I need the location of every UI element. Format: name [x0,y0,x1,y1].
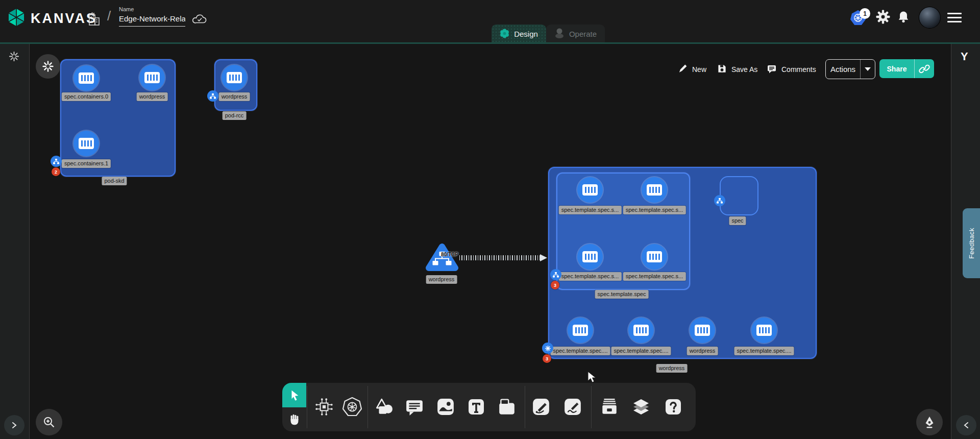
actions-split-button[interactable]: Actions [825,59,875,79]
container-node[interactable] [222,65,247,90]
save-as-label: Save As [731,65,757,74]
save-as-button[interactable]: Save As [717,62,757,77]
pen-mode-button[interactable] [916,409,943,435]
container-node[interactable] [751,318,777,343]
expand-left-panel-button[interactable] [4,415,24,435]
shapes-icon [375,398,393,416]
container-node[interactable] [74,131,99,156]
new-label: New [692,65,706,74]
pod-kind-badge-icon[interactable] [207,90,218,102]
chevron-down-icon [865,67,871,71]
canvas-bottom-toolbar [282,383,696,431]
alert-count-badge[interactable]: 3 [543,354,551,363]
text-tool-button[interactable] [464,395,488,419]
comments-bubble-icon [767,64,777,76]
kanvas-logo[interactable]: KANVAS [7,7,97,30]
toolbar-divider [307,386,307,428]
pod-kind-badge-icon[interactable] [51,156,62,167]
feedback-tab[interactable]: Feedback [963,208,980,278]
service-node[interactable] [425,242,459,275]
node-label: wordpress [219,92,250,101]
cursor-tool-icon [288,389,301,401]
group-label: pod-rcc [223,111,247,120]
layers-tool-button[interactable] [629,395,653,419]
container-icon [582,251,598,262]
container-icon [633,325,649,336]
components-tool-button[interactable] [312,395,336,419]
edge-arrowhead-icon [540,254,547,261]
alert-count-badge[interactable]: 2 [52,167,60,176]
pod-kind-badge-icon[interactable] [550,269,561,280]
tab-operate[interactable]: Operate [546,25,605,43]
node-label: spec.template.spec.s... [623,206,686,214]
share-split-button[interactable]: Share [879,59,934,78]
deployment-kind-badge-icon[interactable] [542,343,553,354]
copy-link-icon[interactable] [915,63,934,75]
spec-node[interactable] [720,176,758,215]
comments-button[interactable]: Comments [767,62,816,77]
zoom-button[interactable] [36,409,62,435]
edge-draw-tool-button[interactable] [529,395,553,419]
container-node[interactable] [74,65,99,91]
design-name-label: Name [119,6,134,12]
canvas-snowflake-button[interactable] [36,54,60,79]
help-tool-button[interactable] [662,395,685,419]
select-tool-button[interactable] [282,383,306,407]
organization-icon[interactable] [87,11,101,27]
design-name-input[interactable] [119,14,185,27]
hamburger-menu-icon[interactable] [947,13,962,22]
container-icon [144,72,160,83]
kubernetes-tool-button[interactable] [340,395,364,419]
service-edge[interactable] [459,255,541,260]
comments-label: Comments [781,65,816,74]
circuit-icon [314,397,334,417]
image-tool-button[interactable] [434,395,457,419]
feedback-label: Feedback [968,228,975,259]
node-label: spec.template.spec.... [734,347,794,355]
container-icon [647,184,662,196]
container-node[interactable] [690,318,715,343]
toolbar-divider [368,386,368,428]
yaml-toggle[interactable]: Y [961,50,968,63]
pen-path-icon [532,398,550,416]
container-node[interactable] [577,244,603,270]
collapse-right-panel-button[interactable] [956,415,976,435]
node-label: spec.template.spec.... [551,347,610,355]
note-tool-button[interactable] [495,395,519,419]
user-avatar[interactable] [919,7,940,28]
drawer-tool-button[interactable] [598,395,621,419]
settings-gear-icon[interactable] [876,10,890,24]
tab-design[interactable]: Design [492,25,546,43]
actions-label: Actions [826,65,860,74]
comment-tool-button[interactable] [403,395,426,419]
node-label: wordpress [137,92,168,101]
breadcrumb-separator: / [107,8,111,24]
node-label: wordpress [426,275,457,284]
container-node[interactable] [642,177,667,203]
design-sync-spinner-icon[interactable] [8,51,20,62]
share-label: Share [879,65,914,73]
node-label: spec.containers.1 [62,159,111,168]
container-node[interactable] [568,318,593,343]
app-window: KANVAS / Name [0,0,980,439]
kanvas-logo-icon [7,7,26,30]
notifications-bell-icon[interactable] [897,10,910,23]
container-node[interactable] [577,177,603,203]
actions-dropdown-caret[interactable] [861,67,875,71]
freehand-draw-tool-button[interactable] [561,395,584,419]
node-label: spec.template.spec.s... [559,206,622,214]
pan-tool-button[interactable] [282,407,306,431]
pen-nib-icon [923,416,936,429]
new-button[interactable]: New [678,62,706,77]
app-header: KANVAS / Name [0,0,980,42]
layers-icon [631,397,651,417]
pod-kind-badge-icon[interactable] [714,195,725,206]
save-floppy-icon [717,64,727,75]
cloud-saved-icon [192,13,207,25]
container-node[interactable] [139,65,165,90]
node-label: wordpress [687,347,718,355]
container-node[interactable] [642,244,667,270]
alert-count-badge[interactable]: 3 [551,281,559,289]
container-node[interactable] [628,318,654,343]
shapes-tool-button[interactable] [372,395,396,419]
